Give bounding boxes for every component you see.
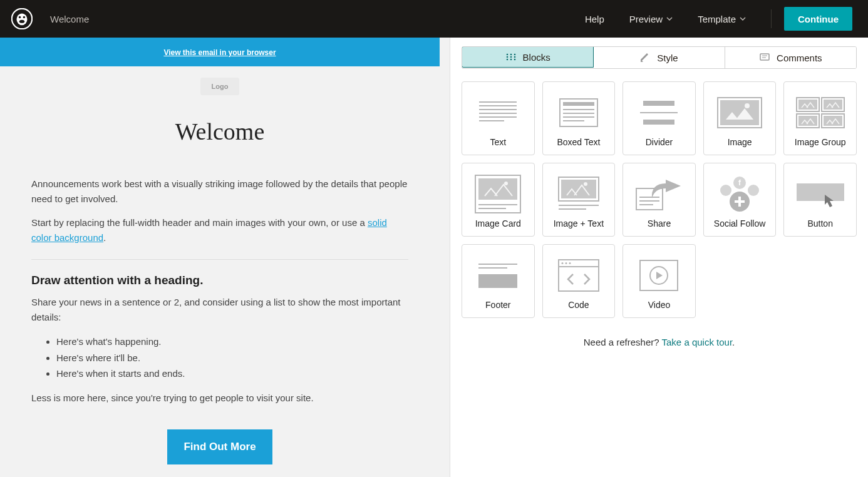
quick-tour-link[interactable]: Take a quick tour (662, 337, 733, 347)
sidebar: Blocks Style Comments Text Boxed Text (450, 38, 868, 477)
chevron-down-icon (666, 16, 673, 22)
email-preheader[interactable]: View this email in your browser (0, 38, 440, 66)
chevron-down-icon (740, 16, 746, 22)
block-text[interactable]: Text (462, 81, 535, 155)
svg-point-4 (19, 20, 25, 23)
continue-button[interactable]: Continue (784, 7, 852, 31)
svg-rect-36 (798, 100, 817, 110)
email-heading[interactable]: Welcome (31, 118, 408, 145)
brush-icon (639, 52, 651, 63)
tab-blocks[interactable]: Blocks (462, 46, 594, 68)
svg-point-6 (510, 54, 512, 56)
app-header: Welcome Help Preview Template Continue (0, 0, 868, 38)
block-footer[interactable]: Footer (462, 244, 535, 318)
image-card-icon (466, 170, 530, 218)
svg-point-45 (504, 182, 508, 185)
email-list[interactable]: Here's what's happening. Here's where it… (31, 334, 408, 382)
svg-point-50 (584, 182, 587, 186)
svg-point-9 (510, 56, 512, 58)
page-title: Welcome (44, 14, 108, 24)
svg-rect-53 (636, 188, 663, 210)
refresher-text: Need a refresher? Take a quick tour. (462, 337, 857, 347)
block-video[interactable]: Video (623, 244, 696, 318)
block-social-follow[interactable]: f Social Follow (703, 163, 777, 237)
svg-point-72 (569, 262, 571, 264)
image-group-icon (788, 88, 852, 137)
email-paragraph[interactable]: Announcements work best with a visually … (31, 177, 408, 207)
block-image[interactable]: Image (703, 81, 777, 155)
block-image-group[interactable]: Image Group (783, 81, 857, 155)
svg-point-11 (506, 59, 508, 61)
image-icon (708, 88, 772, 137)
svg-rect-38 (824, 100, 842, 110)
block-divider[interactable]: Divider (623, 81, 696, 155)
video-icon (627, 251, 691, 300)
email-subheading[interactable]: Draw attention with a heading. (31, 274, 408, 287)
email-canvas[interactable]: View this email in your browser Logo Wel… (0, 38, 450, 477)
logo[interactable] (0, 8, 44, 29)
svg-rect-14 (760, 54, 769, 60)
comment-icon (759, 52, 770, 63)
svg-rect-24 (563, 102, 594, 106)
svg-point-34 (745, 103, 750, 108)
svg-point-2 (19, 16, 21, 18)
code-icon (547, 251, 611, 300)
svg-rect-44 (478, 178, 517, 200)
svg-point-60 (748, 185, 759, 196)
svg-point-7 (514, 54, 515, 56)
svg-point-3 (23, 16, 25, 18)
svg-point-71 (565, 262, 567, 264)
divider-icon (627, 88, 691, 137)
svg-point-59 (720, 185, 731, 196)
button-icon (788, 170, 852, 218)
social-follow-icon: f (708, 170, 772, 218)
list-item: Here's what's happening. (56, 334, 408, 350)
svg-point-70 (561, 262, 563, 264)
block-image-card[interactable]: Image Card (462, 163, 535, 237)
block-code[interactable]: Code (542, 244, 616, 318)
email-paragraph[interactable]: Start by replacing the full-width header… (31, 215, 408, 245)
divider (31, 259, 408, 260)
blocks-grid: Text Boxed Text Divider Image Image Grou… (462, 81, 857, 318)
svg-rect-64 (797, 183, 844, 201)
cta-button[interactable]: Find Out More (167, 429, 272, 464)
divider (771, 9, 772, 28)
block-boxed-text[interactable]: Boxed Text (542, 81, 616, 155)
svg-rect-29 (643, 101, 674, 106)
nav-template[interactable]: Template (685, 0, 758, 38)
list-item: Here's where it'll be. (56, 350, 408, 366)
svg-rect-42 (824, 116, 842, 126)
svg-point-1 (17, 14, 28, 26)
email-paragraph[interactable]: Share your news in a sentence or 2, and … (31, 295, 408, 325)
grid-icon (505, 51, 517, 63)
tab-comments[interactable]: Comments (725, 47, 856, 68)
nav-help[interactable]: Help (572, 0, 617, 38)
tab-style[interactable]: Style (593, 47, 725, 68)
svg-rect-67 (478, 274, 517, 288)
sidebar-tabs: Blocks Style Comments (462, 46, 857, 69)
svg-point-13 (514, 59, 515, 61)
view-in-browser-link[interactable]: View this email in your browser (163, 48, 276, 57)
svg-point-10 (514, 56, 515, 58)
email-paragraph[interactable]: Less is more here, since you're trying t… (31, 391, 408, 406)
list-item: Here's when it starts and ends. (56, 366, 408, 382)
svg-rect-40 (798, 116, 817, 126)
svg-rect-33 (720, 100, 759, 125)
text-icon (466, 88, 530, 137)
svg-point-5 (506, 54, 508, 56)
nav-preview[interactable]: Preview (617, 0, 685, 38)
image-text-icon (547, 170, 611, 218)
share-icon (627, 170, 691, 218)
footer-icon (466, 251, 530, 300)
svg-point-8 (506, 56, 508, 58)
block-image-text[interactable]: Image + Text (542, 163, 616, 237)
logo-placeholder[interactable]: Logo (200, 78, 239, 95)
svg-point-12 (510, 59, 512, 61)
svg-rect-68 (559, 260, 599, 291)
block-share[interactable]: Share (623, 163, 696, 237)
block-button[interactable]: Button (783, 163, 857, 237)
social-row[interactable] (31, 471, 408, 478)
svg-rect-31 (643, 120, 674, 125)
boxed-text-icon (547, 88, 611, 137)
